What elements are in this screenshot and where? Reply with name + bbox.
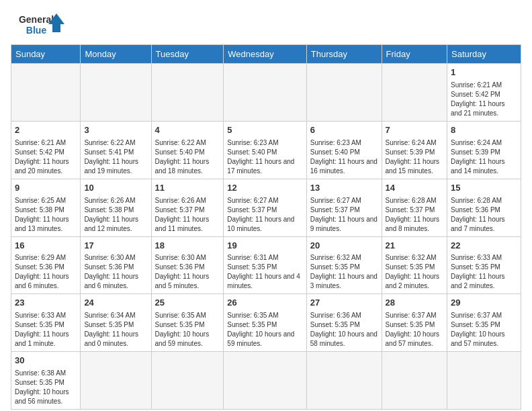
day-info: Sunrise: 6:28 AM Sunset: 5:36 PM Dayligh…: [451, 196, 517, 234]
calendar-cell: 23Sunrise: 6:33 AM Sunset: 5:35 PM Dayli…: [11, 294, 81, 352]
calendar-cell: 10Sunrise: 6:26 AM Sunset: 5:38 PM Dayli…: [81, 179, 151, 236]
day-number: 15: [451, 182, 517, 195]
logo: General Blue: [11, 11, 64, 39]
calendar-cell: 1Sunrise: 6:21 AM Sunset: 5:42 PM Daylig…: [447, 64, 521, 122]
calendar-cell: 9Sunrise: 6:25 AM Sunset: 5:38 PM Daylig…: [11, 179, 81, 236]
calendar-week-2: 2Sunrise: 6:21 AM Sunset: 5:42 PM Daylig…: [11, 121, 521, 179]
day-info: Sunrise: 6:27 AM Sunset: 5:37 PM Dayligh…: [227, 196, 302, 234]
weekday-friday: Friday: [382, 45, 447, 64]
day-info: Sunrise: 6:25 AM Sunset: 5:38 PM Dayligh…: [15, 196, 77, 234]
day-info: Sunrise: 6:26 AM Sunset: 5:38 PM Dayligh…: [84, 196, 147, 234]
calendar-cell: 2Sunrise: 6:21 AM Sunset: 5:42 PM Daylig…: [11, 121, 81, 179]
weekday-wednesday: Wednesday: [224, 45, 306, 64]
day-info: Sunrise: 6:23 AM Sunset: 5:40 PM Dayligh…: [227, 138, 302, 176]
day-info: Sunrise: 6:27 AM Sunset: 5:37 PM Dayligh…: [310, 196, 378, 234]
day-number: 5: [227, 124, 302, 137]
day-number: 27: [310, 297, 378, 310]
calendar-cell: [151, 352, 224, 410]
calendar-cell: 18Sunrise: 6:30 AM Sunset: 5:36 PM Dayli…: [151, 236, 224, 294]
calendar-cell: 11Sunrise: 6:26 AM Sunset: 5:37 PM Dayli…: [151, 179, 224, 236]
day-info: Sunrise: 6:35 AM Sunset: 5:35 PM Dayligh…: [155, 311, 220, 349]
day-number: 13: [310, 182, 378, 195]
calendar-cell: 15Sunrise: 6:28 AM Sunset: 5:36 PM Dayli…: [447, 179, 521, 236]
day-info: Sunrise: 6:37 AM Sunset: 5:35 PM Dayligh…: [451, 311, 517, 349]
weekday-tuesday: Tuesday: [151, 45, 224, 64]
calendar-body: 1Sunrise: 6:21 AM Sunset: 5:42 PM Daylig…: [11, 64, 521, 410]
day-info: Sunrise: 6:32 AM Sunset: 5:35 PM Dayligh…: [386, 253, 443, 291]
calendar-cell: 17Sunrise: 6:30 AM Sunset: 5:36 PM Dayli…: [81, 236, 151, 294]
calendar-cell: [11, 64, 81, 122]
day-number: 25: [155, 297, 220, 310]
day-number: 10: [84, 182, 147, 195]
day-info: Sunrise: 6:30 AM Sunset: 5:36 PM Dayligh…: [155, 253, 220, 291]
calendar-cell: [224, 352, 306, 410]
weekday-monday: Monday: [81, 45, 151, 64]
calendar-cell: [382, 64, 447, 122]
day-info: Sunrise: 6:31 AM Sunset: 5:35 PM Dayligh…: [227, 253, 302, 291]
svg-text:Blue: Blue: [26, 25, 47, 36]
calendar-cell: [306, 352, 382, 410]
logo-svg: General Blue: [11, 11, 64, 39]
calendar-cell: 22Sunrise: 6:33 AM Sunset: 5:35 PM Dayli…: [447, 236, 521, 294]
day-info: Sunrise: 6:33 AM Sunset: 5:35 PM Dayligh…: [451, 253, 517, 291]
day-number: 28: [386, 297, 443, 310]
calendar-cell: 5Sunrise: 6:23 AM Sunset: 5:40 PM Daylig…: [224, 121, 306, 179]
day-info: Sunrise: 6:24 AM Sunset: 5:39 PM Dayligh…: [451, 138, 517, 176]
calendar-cell: 8Sunrise: 6:24 AM Sunset: 5:39 PM Daylig…: [447, 121, 521, 179]
weekday-thursday: Thursday: [306, 45, 382, 64]
calendar-cell: 28Sunrise: 6:37 AM Sunset: 5:35 PM Dayli…: [382, 294, 447, 352]
day-info: Sunrise: 6:28 AM Sunset: 5:37 PM Dayligh…: [386, 196, 443, 234]
day-number: 23: [15, 297, 77, 310]
day-number: 17: [84, 240, 147, 253]
day-number: 30: [15, 355, 77, 367]
calendar-cell: 26Sunrise: 6:35 AM Sunset: 5:35 PM Dayli…: [224, 294, 306, 352]
calendar-cell: 21Sunrise: 6:32 AM Sunset: 5:35 PM Dayli…: [382, 236, 447, 294]
day-number: 4: [155, 124, 220, 137]
calendar-cell: 24Sunrise: 6:34 AM Sunset: 5:35 PM Dayli…: [81, 294, 151, 352]
calendar-cell: 12Sunrise: 6:27 AM Sunset: 5:37 PM Dayli…: [224, 179, 306, 236]
calendar-week-1: 1Sunrise: 6:21 AM Sunset: 5:42 PM Daylig…: [11, 64, 521, 122]
calendar-cell: 25Sunrise: 6:35 AM Sunset: 5:35 PM Dayli…: [151, 294, 224, 352]
day-number: 29: [451, 297, 517, 310]
day-number: 3: [84, 124, 147, 137]
day-info: Sunrise: 6:33 AM Sunset: 5:35 PM Dayligh…: [15, 311, 77, 349]
day-info: Sunrise: 6:26 AM Sunset: 5:37 PM Dayligh…: [155, 196, 220, 234]
day-number: 8: [451, 124, 517, 137]
day-info: Sunrise: 6:36 AM Sunset: 5:35 PM Dayligh…: [310, 311, 378, 349]
calendar-cell: 4Sunrise: 6:22 AM Sunset: 5:40 PM Daylig…: [151, 121, 224, 179]
day-info: Sunrise: 6:22 AM Sunset: 5:40 PM Dayligh…: [155, 138, 220, 176]
day-number: 6: [310, 124, 378, 137]
day-info: Sunrise: 6:22 AM Sunset: 5:41 PM Dayligh…: [84, 138, 147, 176]
day-info: Sunrise: 6:37 AM Sunset: 5:35 PM Dayligh…: [386, 311, 443, 349]
day-info: Sunrise: 6:21 AM Sunset: 5:42 PM Dayligh…: [15, 138, 77, 176]
calendar-cell: [224, 64, 306, 122]
calendar-cell: [382, 352, 447, 410]
day-number: 16: [15, 240, 77, 253]
day-number: 19: [227, 240, 302, 253]
day-number: 9: [15, 182, 77, 195]
day-number: 22: [451, 240, 517, 253]
day-number: 20: [310, 240, 378, 253]
day-info: Sunrise: 6:32 AM Sunset: 5:35 PM Dayligh…: [310, 253, 378, 291]
calendar-cell: 7Sunrise: 6:24 AM Sunset: 5:39 PM Daylig…: [382, 121, 447, 179]
day-info: Sunrise: 6:30 AM Sunset: 5:36 PM Dayligh…: [84, 253, 147, 291]
svg-text:General: General: [19, 14, 54, 25]
day-number: 21: [386, 240, 443, 253]
day-number: 2: [15, 124, 77, 137]
day-info: Sunrise: 6:24 AM Sunset: 5:39 PM Dayligh…: [386, 138, 443, 176]
day-number: 1: [451, 66, 517, 79]
weekday-header-row: SundayMondayTuesdayWednesdayThursdayFrid…: [11, 45, 521, 64]
calendar-week-3: 9Sunrise: 6:25 AM Sunset: 5:38 PM Daylig…: [11, 179, 521, 236]
calendar-cell: [151, 64, 224, 122]
day-info: Sunrise: 6:34 AM Sunset: 5:35 PM Dayligh…: [84, 311, 147, 349]
day-number: 26: [227, 297, 302, 310]
page-header: General Blue: [11, 11, 521, 39]
weekday-saturday: Saturday: [447, 45, 521, 64]
day-number: 14: [386, 182, 443, 195]
calendar-cell: 29Sunrise: 6:37 AM Sunset: 5:35 PM Dayli…: [447, 294, 521, 352]
day-number: 11: [155, 182, 220, 195]
day-info: Sunrise: 6:29 AM Sunset: 5:36 PM Dayligh…: [15, 253, 77, 291]
calendar-cell: [81, 64, 151, 122]
calendar-cell: [81, 352, 151, 410]
day-number: 7: [386, 124, 443, 137]
